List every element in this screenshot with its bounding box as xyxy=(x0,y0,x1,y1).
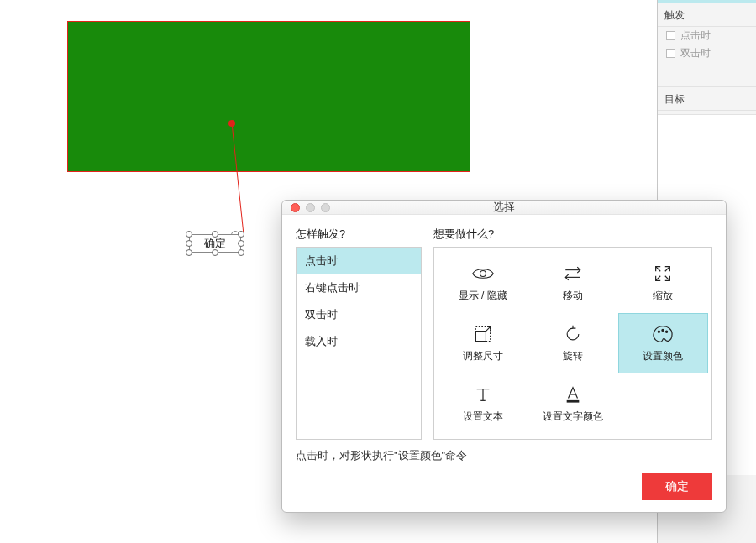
action-label: 旋转 xyxy=(563,349,583,363)
svg-line-6 xyxy=(665,275,670,280)
action-summary-text: 点击时，对形状执行"设置颜色"命令 xyxy=(282,440,726,463)
action-rotate[interactable]: 旋转 xyxy=(528,313,617,373)
svg-point-0 xyxy=(480,270,486,276)
minimize-window-icon[interactable] xyxy=(306,203,315,212)
action-set-text-color[interactable]: 设置文字颜色 xyxy=(528,373,617,434)
trigger-list: 点击时 右键点击时 双击时 载入时 xyxy=(296,247,422,440)
action-label: 调整尺寸 xyxy=(463,349,503,363)
inspector-target-title: 目标 xyxy=(658,87,756,111)
action-question-label: 想要做什么? xyxy=(433,227,712,242)
resize-handle-e[interactable] xyxy=(238,240,244,247)
action-show-hide[interactable]: 显示 / 隐藏 xyxy=(438,253,528,313)
resize-handle-s[interactable] xyxy=(212,249,218,256)
trigger-item-click[interactable]: 点击时 xyxy=(297,248,421,274)
svg-line-3 xyxy=(656,266,661,271)
resize-handle-ne[interactable] xyxy=(238,231,244,238)
dialog-titlebar[interactable]: 选择 xyxy=(282,201,726,215)
rotate-icon xyxy=(561,324,585,344)
selected-button-shape[interactable]: 确定 xyxy=(189,234,241,253)
inspector-trigger-dblclick-label: 双击时 xyxy=(680,46,711,60)
dialog-footer: 确定 xyxy=(282,463,726,512)
svg-point-12 xyxy=(666,331,668,332)
trigger-item-dblclick[interactable]: 双击时 xyxy=(297,301,421,328)
action-set-color[interactable]: 设置颜色 xyxy=(618,313,708,373)
svg-line-9 xyxy=(486,326,490,331)
resize-handle-se[interactable] xyxy=(238,249,244,256)
svg-point-10 xyxy=(659,331,660,332)
dialog-title: 选择 xyxy=(282,200,726,215)
action-label: 缩放 xyxy=(653,289,673,303)
action-label: 设置颜色 xyxy=(643,349,683,363)
action-label: 设置文字颜色 xyxy=(543,410,603,424)
move-arrows-icon xyxy=(561,264,585,284)
inspector-gap xyxy=(658,62,756,87)
action-resize[interactable]: 调整尺寸 xyxy=(438,313,528,373)
action-grid: 显示 / 隐藏 移动 xyxy=(433,247,712,440)
svg-point-11 xyxy=(662,329,664,331)
close-window-icon[interactable] xyxy=(291,203,300,212)
action-set-text[interactable]: 设置文本 xyxy=(438,373,528,434)
scale-arrows-icon xyxy=(651,264,675,284)
action-label: 显示 / 隐藏 xyxy=(459,289,507,303)
green-rectangle-shape[interactable] xyxy=(67,21,470,172)
resize-handle-nw[interactable] xyxy=(186,231,192,238)
action-move[interactable]: 移动 xyxy=(528,253,617,313)
zoom-window-icon[interactable] xyxy=(321,203,330,212)
window-controls xyxy=(291,203,330,212)
checkbox-icon[interactable] xyxy=(666,31,675,40)
action-label: 移动 xyxy=(563,289,583,303)
inspector-trigger-click-label: 点击时 xyxy=(680,29,711,43)
palette-icon xyxy=(651,324,675,344)
inspector-trigger-dblclick-row[interactable]: 双击时 xyxy=(658,44,756,62)
resize-handle-n[interactable] xyxy=(212,231,218,238)
trigger-question-label: 怎样触发? xyxy=(296,227,422,242)
action-scale[interactable]: 缩放 xyxy=(618,253,708,313)
resize-icon xyxy=(471,324,495,344)
svg-rect-7 xyxy=(475,331,486,341)
eye-icon xyxy=(471,264,495,284)
trigger-item-rightclick[interactable]: 右键点击时 xyxy=(297,274,421,301)
resize-handle-w[interactable] xyxy=(186,240,192,247)
trigger-item-load[interactable]: 载入时 xyxy=(297,328,421,355)
text-color-icon xyxy=(561,384,585,405)
resize-handle-sw[interactable] xyxy=(186,249,192,256)
ok-button[interactable]: 确定 xyxy=(642,473,712,500)
checkbox-icon[interactable] xyxy=(666,49,675,58)
connector-origin-dot xyxy=(228,120,235,127)
svg-line-4 xyxy=(665,266,670,271)
action-label: 设置文本 xyxy=(463,410,503,424)
svg-line-5 xyxy=(656,275,661,280)
action-dialog: 选择 怎样触发? 点击时 右键点击时 双击时 载入时 想要做什么? xyxy=(281,200,727,513)
inspector-trigger-click-row[interactable]: 点击时 xyxy=(658,27,756,44)
inspector-trigger-title: 触发 xyxy=(658,3,756,27)
text-icon xyxy=(471,384,495,405)
